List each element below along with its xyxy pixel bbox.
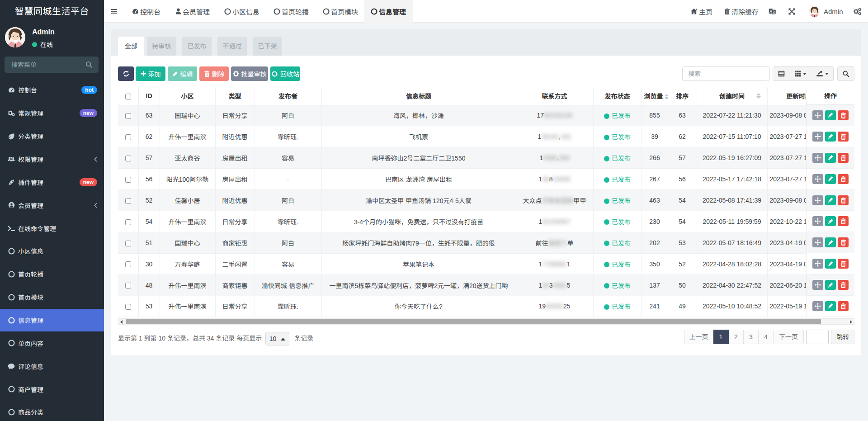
svg-text:文: 文 — [772, 9, 776, 14]
